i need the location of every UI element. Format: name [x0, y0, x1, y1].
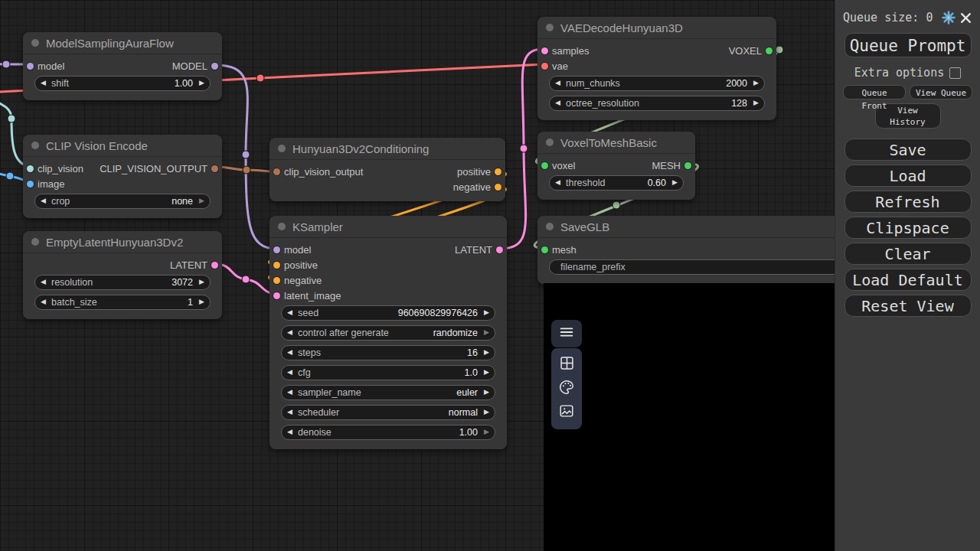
load-button[interactable]: Load	[844, 165, 972, 187]
collapse-dot-icon[interactable]	[278, 145, 286, 152]
extra-options-checkbox[interactable]	[949, 67, 961, 79]
view-queue-button[interactable]: View Queue	[910, 85, 972, 99]
decrement-arrow-icon[interactable]: ◀	[41, 197, 46, 204]
queue-front-button[interactable]: Queue Front	[843, 85, 906, 99]
load-default-button[interactable]: Load Default	[844, 269, 972, 291]
increment-arrow-icon[interactable]: ▶	[484, 349, 489, 356]
output-slot-negative[interactable]	[495, 184, 501, 191]
reset-view-button[interactable]: Reset View	[844, 295, 972, 317]
clipspace-button[interactable]: Clipspace	[844, 217, 972, 239]
collapse-dot-icon[interactable]	[278, 223, 286, 230]
decrement-arrow-icon[interactable]: ◀	[287, 409, 292, 416]
decrement-arrow-icon[interactable]: ◀	[287, 389, 292, 396]
clear-button[interactable]: Clear	[844, 243, 972, 265]
queue-prompt-button[interactable]: Queue Prompt	[844, 33, 972, 57]
increment-arrow-icon[interactable]: ▶	[199, 80, 204, 86]
node-vaedecodehunyuan3d[interactable]: VAEDecodeHunyuan3DsamplesVOXELvae◀▶num_c…	[537, 17, 776, 120]
output-slot-latent[interactable]	[496, 246, 503, 253]
decrement-arrow-icon[interactable]: ◀	[41, 80, 46, 86]
viewport-image-button[interactable]	[556, 402, 577, 423]
input-slot-samples[interactable]	[541, 47, 548, 54]
decrement-arrow-icon[interactable]: ◀	[41, 279, 46, 285]
widget-resolution[interactable]: ◀▶resolution3072	[34, 275, 211, 290]
decrement-arrow-icon[interactable]: ◀	[287, 309, 292, 316]
widget-octree-resolution[interactable]: ◀▶octree_resolution128	[549, 96, 765, 111]
increment-arrow-icon[interactable]: ▶	[199, 298, 204, 305]
node-title-bar[interactable]: KSampler	[270, 216, 507, 238]
increment-arrow-icon[interactable]: ▶	[199, 279, 204, 285]
increment-arrow-icon[interactable]: ▶	[199, 197, 204, 204]
input-slot-image[interactable]	[27, 181, 34, 187]
node-title-bar[interactable]: EmptyLatentHunyuan3Dv2	[23, 231, 222, 253]
increment-arrow-icon[interactable]: ▶	[484, 429, 489, 435]
collapse-dot-icon[interactable]	[31, 39, 39, 47]
widget-steps[interactable]: ◀▶steps16	[281, 345, 495, 360]
node-clip-vision-encode[interactable]: CLIP Vision Encodeclip_visionCLIP_VISION…	[23, 135, 222, 218]
viewport-menu-button[interactable]	[551, 320, 582, 347]
input-slot-vae[interactable]	[541, 63, 548, 70]
decrement-arrow-icon[interactable]: ◀	[287, 329, 292, 336]
node-title-bar[interactable]: Hunyuan3Dv2Conditioning	[270, 138, 505, 160]
node-title-bar[interactable]: VAEDecodeHunyuan3D	[537, 17, 776, 39]
widget-crop[interactable]: ◀▶cropnone	[34, 194, 211, 209]
node-title-bar[interactable]: CLIP Vision Encode	[23, 135, 222, 157]
increment-arrow-icon[interactable]: ▶	[484, 309, 489, 316]
settings-gear-icon[interactable]	[940, 9, 957, 26]
widget-scheduler[interactable]: ◀▶schedulernormal	[281, 405, 495, 420]
widget-num-chunks[interactable]: ◀▶num_chunks2000	[549, 76, 765, 91]
input-slot-negative[interactable]	[273, 277, 280, 284]
widget-shift[interactable]: ◀▶shift1.00	[34, 76, 211, 91]
decrement-arrow-icon[interactable]: ◀	[555, 99, 560, 106]
collapse-dot-icon[interactable]	[31, 142, 39, 149]
refresh-button[interactable]: Refresh	[844, 191, 972, 213]
node-hunyuan3dv2conditioning[interactable]: Hunyuan3Dv2Conditioningclip_vision_outpu…	[270, 138, 505, 201]
save-button[interactable]: Save	[844, 139, 972, 161]
widget-denoise[interactable]: ◀▶denoise1.00	[281, 425, 495, 440]
output-slot-voxel[interactable]	[766, 47, 773, 54]
output-slot-mesh[interactable]	[684, 162, 691, 169]
widget-control-after-generate[interactable]: ◀▶control after generaterandomize	[281, 325, 495, 341]
decrement-arrow-icon[interactable]: ◀	[41, 298, 46, 305]
3d-preview-viewport[interactable]	[544, 283, 835, 551]
collapse-dot-icon[interactable]	[546, 223, 554, 230]
node-voxeltomeshbasic[interactable]: VoxelToMeshBasicvoxelMESH◀▶threshold0.60	[537, 132, 695, 200]
output-slot-model[interactable]	[211, 63, 218, 70]
increment-arrow-icon[interactable]: ▶	[753, 99, 759, 106]
widget-sampler-name[interactable]: ◀▶sampler_nameeuler	[281, 385, 495, 400]
input-slot-model[interactable]	[273, 246, 280, 253]
node-title-bar[interactable]: VoxelToMeshBasic	[537, 132, 695, 154]
node-modelsamplingauraflow[interactable]: ModelSamplingAuraFlowmodelMODEL◀▶shift1.…	[23, 32, 222, 100]
input-slot-mesh[interactable]	[541, 246, 548, 253]
output-slot-clip-vision-output[interactable]	[211, 165, 218, 172]
increment-arrow-icon[interactable]: ▶	[753, 80, 759, 86]
input-slot-positive[interactable]	[273, 262, 280, 269]
decrement-arrow-icon[interactable]: ◀	[555, 80, 560, 86]
viewport-grid-button[interactable]	[556, 354, 577, 376]
input-slot-voxel[interactable]	[541, 162, 548, 169]
widget-threshold[interactable]: ◀▶threshold0.60	[549, 175, 684, 191]
input-slot-latent-image[interactable]	[273, 292, 280, 299]
increment-arrow-icon[interactable]: ▶	[484, 369, 489, 376]
input-slot-clip-vision-output[interactable]	[273, 168, 280, 175]
increment-arrow-icon[interactable]: ▶	[484, 409, 489, 416]
node-title-bar[interactable]: ModelSamplingAuraFlow	[23, 32, 222, 54]
node-ksampler[interactable]: KSamplermodelLATENTpositivenegativelaten…	[270, 216, 507, 449]
decrement-arrow-icon[interactable]: ◀	[287, 349, 292, 356]
decrement-arrow-icon[interactable]: ◀	[287, 369, 292, 376]
decrement-arrow-icon[interactable]: ◀	[287, 429, 292, 435]
collapse-dot-icon[interactable]	[31, 238, 39, 246]
node-title-bar[interactable]: SaveGLB	[537, 216, 859, 238]
output-slot-latent[interactable]	[211, 262, 218, 269]
node-emptylatenthunyuan3dv2[interactable]: EmptyLatentHunyuan3Dv2LATENT◀▶resolution…	[23, 231, 222, 319]
increment-arrow-icon[interactable]: ▶	[484, 389, 489, 396]
collapse-dot-icon[interactable]	[546, 139, 554, 146]
increment-arrow-icon[interactable]: ▶	[484, 329, 489, 336]
close-menu-icon[interactable]	[957, 9, 974, 26]
decrement-arrow-icon[interactable]: ◀	[555, 179, 560, 186]
viewport-palette-button[interactable]	[556, 378, 577, 399]
output-slot-positive[interactable]	[495, 168, 501, 175]
widget-batch-size[interactable]: ◀▶batch_size1	[34, 295, 211, 310]
collapse-dot-icon[interactable]	[546, 24, 554, 31]
increment-arrow-icon[interactable]: ▶	[672, 179, 678, 186]
widget-filename-prefix[interactable]: filename_prefix	[549, 259, 848, 275]
